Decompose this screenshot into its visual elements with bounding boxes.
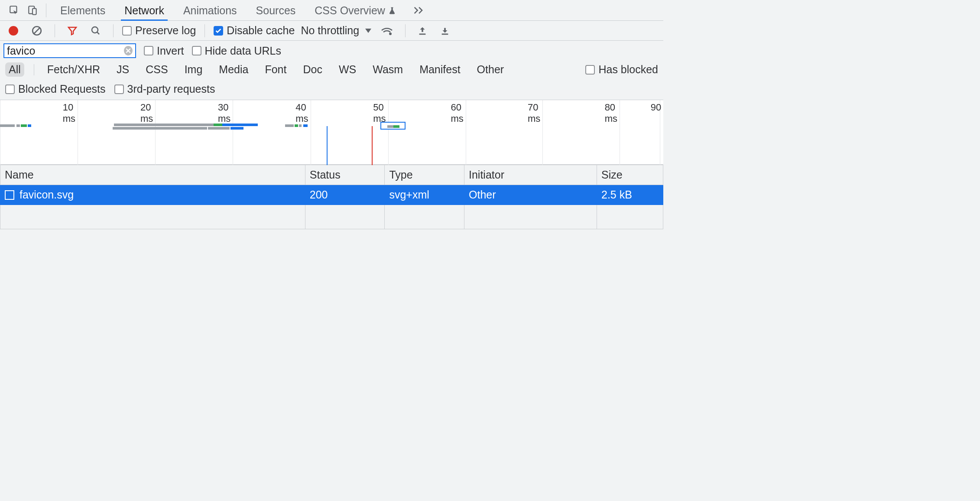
svg-line-4 <box>33 27 40 34</box>
blocked-requests-label: Blocked Requests <box>18 83 106 95</box>
checkbox-icon <box>114 85 124 94</box>
chip-js[interactable]: JS <box>113 62 133 77</box>
chip-wasm[interactable]: Wasm <box>369 62 406 77</box>
upload-har-icon[interactable] <box>414 23 431 39</box>
divider <box>46 3 46 17</box>
chip-font[interactable]: Font <box>261 62 290 77</box>
chip-img[interactable]: Img <box>181 62 206 77</box>
chip-media[interactable]: Media <box>215 62 252 77</box>
tab-css-overview[interactable]: CSS Overview <box>305 0 406 20</box>
timeline-overview[interactable]: 10 ms 20 ms 30 ms 40 ms 50 ms 60 ms 70 m… <box>0 100 663 165</box>
chip-manifest[interactable]: Manifest <box>416 62 464 77</box>
request-status: 200 <box>305 185 385 205</box>
load-marker <box>372 126 373 165</box>
type-filter-chips: All Fetch/XHR JS CSS Img Media Font Doc … <box>0 61 663 81</box>
hide-data-urls-toggle[interactable]: Hide data URLs <box>192 45 281 57</box>
disable-cache-label: Disable cache <box>227 24 295 37</box>
svg-rect-2 <box>32 8 36 14</box>
filter-toggle-icon[interactable] <box>64 22 81 39</box>
col-type[interactable]: Type <box>385 165 464 185</box>
chip-ws[interactable]: WS <box>335 62 360 77</box>
disable-cache-toggle[interactable]: Disable cache <box>214 24 295 37</box>
tick-label: 90 <box>651 102 661 113</box>
filter-input[interactable] <box>7 45 124 57</box>
divider <box>204 24 205 37</box>
request-name: favicon.svg <box>19 189 74 201</box>
has-blocked-label: Has blocked <box>598 63 658 76</box>
preserve-log-label: Preserve log <box>135 24 196 37</box>
filter-bar: Invert Hide data URLs <box>0 41 663 61</box>
request-initiator: Other <box>464 185 597 205</box>
hide-data-urls-label: Hide data URLs <box>205 45 281 57</box>
chip-doc[interactable]: Doc <box>299 62 325 77</box>
search-icon[interactable] <box>87 22 104 39</box>
col-initiator[interactable]: Initiator <box>464 165 597 185</box>
checkbox-icon <box>585 65 595 75</box>
tab-label: CSS Overview <box>315 4 385 17</box>
inspect-element-icon[interactable] <box>5 1 23 20</box>
checkbox-icon <box>192 46 201 55</box>
toggle-device-icon[interactable] <box>23 1 42 20</box>
table-row-empty <box>0 205 663 229</box>
network-toolbar: Preserve log Disable cache No throttling <box>0 21 663 41</box>
tab-elements[interactable]: Elements <box>51 0 115 20</box>
svg-point-7 <box>389 33 392 35</box>
third-party-toggle[interactable]: 3rd-party requests <box>114 83 215 95</box>
request-type: svg+xml <box>385 185 464 205</box>
clear-filter-icon[interactable] <box>124 46 133 55</box>
svg-rect-9 <box>442 33 448 35</box>
divider <box>34 64 34 75</box>
preserve-log-toggle[interactable]: Preserve log <box>122 24 196 37</box>
col-size[interactable]: Size <box>597 165 663 185</box>
divider <box>405 24 406 37</box>
filter-input-wrap <box>3 43 136 58</box>
chip-other[interactable]: Other <box>474 62 508 77</box>
divider <box>113 24 114 37</box>
invert-label: Invert <box>157 45 184 57</box>
svg-line-6 <box>97 32 99 34</box>
extra-filter-row: Blocked Requests 3rd-party requests <box>0 81 663 100</box>
svg-rect-8 <box>419 33 426 35</box>
has-blocked-toggle[interactable]: Has blocked <box>585 63 658 76</box>
network-request-table: Name Status Type Initiator Size favicon.… <box>0 165 663 229</box>
tab-network[interactable]: Network <box>115 0 174 20</box>
download-har-icon[interactable] <box>437 23 453 39</box>
invert-toggle[interactable]: Invert <box>144 45 184 57</box>
flask-icon <box>388 6 396 16</box>
record-icon <box>9 26 18 36</box>
chip-all[interactable]: All <box>5 62 24 77</box>
divider <box>55 24 55 37</box>
chip-css[interactable]: CSS <box>142 62 171 77</box>
third-party-label: 3rd-party requests <box>127 83 215 95</box>
blocked-requests-toggle[interactable]: Blocked Requests <box>5 83 106 95</box>
tab-animations[interactable]: Animations <box>174 0 247 20</box>
tab-sources[interactable]: Sources <box>247 0 305 20</box>
svg-point-5 <box>92 27 98 33</box>
chip-fetch-xhr[interactable]: Fetch/XHR <box>44 62 104 77</box>
devtools-tab-bar: Elements Network Animations Sources CSS … <box>0 0 663 21</box>
table-row[interactable]: favicon.svg 200 svg+xml Other 2.5 kB <box>0 185 663 205</box>
checkbox-checked-icon <box>214 26 223 36</box>
more-tabs-icon[interactable] <box>406 0 433 20</box>
record-button[interactable] <box>5 23 22 39</box>
dom-content-loaded-marker <box>327 126 328 165</box>
clear-button[interactable] <box>28 22 46 40</box>
col-status[interactable]: Status <box>305 165 385 185</box>
checkbox-icon <box>144 46 153 55</box>
throttling-label: No throttling <box>301 24 359 37</box>
chevron-down-icon <box>365 29 371 33</box>
col-name[interactable]: Name <box>0 165 305 185</box>
checkbox-icon <box>122 26 132 36</box>
throttling-dropdown[interactable]: No throttling <box>301 24 371 37</box>
file-icon <box>5 190 14 200</box>
timeline-bars <box>0 113 663 165</box>
request-size: 2.5 kB <box>597 185 663 205</box>
timeline-selection[interactable] <box>380 122 406 130</box>
timeline-ruler: 10 ms 20 ms 30 ms 40 ms 50 ms 60 ms 70 m… <box>0 100 663 113</box>
network-conditions-icon[interactable] <box>377 23 396 39</box>
checkbox-icon <box>5 85 15 94</box>
